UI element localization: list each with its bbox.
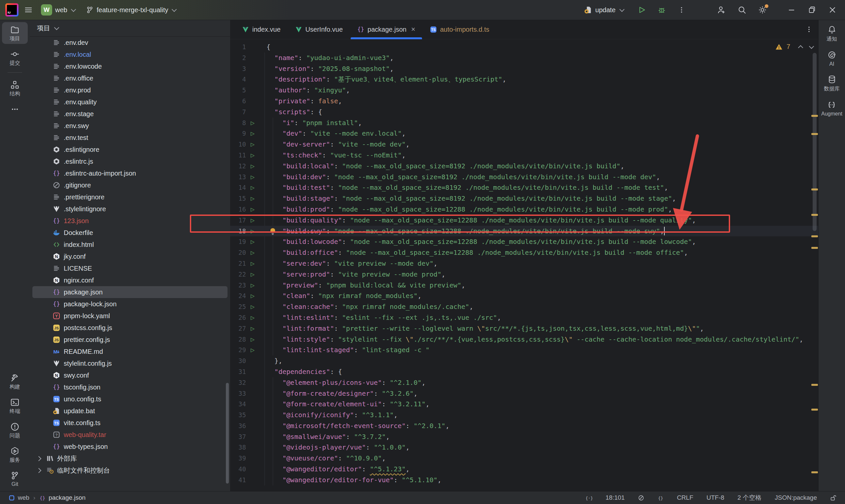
code-style-icon[interactable]: {·}: [586, 495, 593, 501]
run-script-icon[interactable]: ▷: [246, 258, 259, 269]
tree-item[interactable]: {}.eslintrc-auto-import.json: [32, 167, 228, 179]
tool-window-button-project[interactable]: 项目: [2, 22, 28, 44]
run-script-icon[interactable]: ▷: [246, 215, 259, 226]
code-line[interactable]: 18▷ "build:swy": "node --max_old_space_s…: [230, 226, 818, 237]
tree-item[interactable]: index.html: [32, 239, 228, 251]
code-line[interactable]: 20▷ "build:office": "node --max_old_spac…: [230, 247, 818, 258]
code-line[interactable]: 40 "@wangeditor/editor": "^5.1.23",: [230, 464, 818, 475]
run-script-icon[interactable]: ▷: [246, 236, 259, 247]
tree-item[interactable]: {}tsconfig.json: [32, 381, 228, 393]
tool-window-button-通知[interactable]: 通知: [827, 25, 837, 42]
search-everywhere-icon[interactable]: [737, 5, 746, 15]
tool-window-button-build[interactable]: 构建: [2, 370, 28, 392]
tree-item[interactable]: Nnginx.conf: [32, 274, 228, 286]
highlighting-level-icon[interactable]: [638, 495, 644, 501]
code-line[interactable]: 24▷ "clean": "npx rimraf node_modules",: [230, 290, 818, 301]
run-script-icon[interactable]: ▷: [246, 128, 259, 139]
run-script-icon[interactable]: ▷: [246, 161, 259, 172]
run-script-icon[interactable]: ▷: [246, 290, 259, 301]
code-line[interactable]: 3 "version": "2025.08-snapshot",: [230, 64, 818, 74]
breadcrumb-file[interactable]: {} package.json: [39, 494, 86, 501]
indent-style[interactable]: 2 个空格: [737, 493, 761, 502]
code-line[interactable]: 19▷ "build:lowcode": "node --max_old_spa…: [230, 236, 818, 247]
tree-item[interactable]: stylelint.config.js: [32, 358, 228, 369]
tree-item[interactable]: .env.swy: [32, 120, 228, 132]
run-script-icon[interactable]: ▷: [246, 172, 259, 182]
editor-scrollbar[interactable]: [813, 53, 816, 231]
tree-item[interactable]: .env.local: [32, 49, 228, 60]
code-line[interactable]: 32 "@element-plus/icons-vue": "^2.1.0",: [230, 377, 818, 388]
code-line[interactable]: 34 "@form-create/element-ui": "^3.2.11",: [230, 399, 818, 410]
minimize-button[interactable]: [787, 5, 796, 15]
code-line[interactable]: 37 "@smallwei/avue": "^3.7.2",: [230, 431, 818, 442]
code-line[interactable]: 17▷ "build:quality": "node --max_old_spa…: [230, 215, 818, 226]
main-menu-icon[interactable]: [24, 5, 33, 15]
run-script-icon[interactable]: ▷: [246, 323, 259, 334]
code-line[interactable]: 12▷ "build:local": "node --max_old_space…: [230, 161, 818, 172]
tree-item[interactable]: .eslintignore: [32, 144, 228, 156]
run-script-icon[interactable]: ▷: [246, 247, 259, 258]
run-configuration-widget[interactable]: update: [581, 4, 627, 16]
tree-item[interactable]: .env.office: [32, 72, 228, 84]
code-line[interactable]: 4 "description": "基于vue3、vite4、element-p…: [230, 74, 818, 85]
tab-UserInfo.vue[interactable]: UserInfo.vue: [288, 20, 350, 39]
tree-item[interactable]: .env.quality: [32, 96, 228, 108]
tree-scrollbar[interactable]: [226, 383, 229, 484]
code-line[interactable]: 11▷ "ts:check": "vue-tsc --noEmit",: [230, 150, 818, 161]
code-line[interactable]: 33 "@form-create/designer": "^3.2.6",: [230, 388, 818, 399]
code-line[interactable]: 29▷ "lint:lint-staged": "lint-staged -c …: [230, 345, 818, 356]
project-widget[interactable]: W web: [38, 2, 78, 18]
tree-item[interactable]: Ypnpm-lock.yaml: [32, 310, 228, 322]
tree-item[interactable]: Dockerfile: [32, 227, 228, 239]
caret-position[interactable]: 18:101: [605, 494, 625, 501]
tree-item[interactable]: .env.stage: [32, 108, 228, 120]
code-line[interactable]: 8▷ "i": "pnpm install",: [230, 118, 818, 128]
tool-window-button-terminal[interactable]: 终端: [2, 395, 28, 416]
tree-item[interactable]: {}web-types.json: [32, 440, 228, 452]
more-actions-icon[interactable]: [677, 6, 686, 14]
run-button[interactable]: [638, 6, 646, 14]
code-line[interactable]: 36 "@microsoft/fetch-event-source": "^2.…: [230, 420, 818, 431]
code-line[interactable]: 2 "name": "yudao-ui-admin-vue3",: [230, 53, 818, 64]
tree-item[interactable]: update.bat: [32, 405, 228, 417]
tree-item[interactable]: TSuno.config.ts: [32, 393, 228, 405]
tab-package.json[interactable]: {}package.json×: [350, 20, 423, 39]
project-panel-header[interactable]: 项目: [30, 20, 230, 37]
tool-window-button-git[interactable]: Git: [2, 468, 28, 489]
tree-item[interactable]: {}package.json: [32, 286, 228, 298]
tool-window-button-数据库[interactable]: 数据库: [824, 75, 840, 92]
tree-item[interactable]: MREADME.md: [32, 346, 228, 358]
code-line[interactable]: 10▷ "dev-server": "vite --mode dev",: [230, 139, 818, 150]
tree-item[interactable]: JSpostcss.config.js: [32, 322, 228, 334]
tree-item[interactable]: ?web-quality.tar: [32, 429, 228, 440]
code-line[interactable]: 23▷ "preview": "pnpm build:local && vite…: [230, 280, 818, 291]
next-problem-icon[interactable]: [809, 44, 814, 49]
code-line[interactable]: 16▷ "build:prod": "node --max_old_space_…: [230, 204, 818, 215]
intention-bulb-icon[interactable]: [268, 227, 277, 236]
close-window-button[interactable]: [828, 5, 837, 15]
tree-item[interactable]: 临时文件和控制台: [32, 464, 228, 476]
tool-window-button-problems[interactable]: 问题: [2, 419, 28, 441]
run-script-icon[interactable]: ▷: [246, 301, 259, 312]
code-line[interactable]: 30 },: [230, 356, 818, 366]
tool-window-button-commit[interactable]: 提交: [2, 47, 28, 68]
tree-item[interactable]: JSprettier.config.js: [32, 334, 228, 346]
tree-item[interactable]: .gitignore: [32, 179, 228, 191]
run-script-icon[interactable]: ▷: [246, 345, 259, 356]
code-line[interactable]: 25▷ "clean:cache": "npx rimraf node_modu…: [230, 301, 818, 312]
tree-item[interactable]: {}123.json: [32, 215, 228, 227]
run-script-icon[interactable]: ▷: [246, 280, 259, 291]
tab-options-icon[interactable]: [805, 25, 813, 34]
code-line[interactable]: 41 "@wangeditor/editor-for-vue": "^5.1.1…: [230, 475, 818, 486]
code-line[interactable]: 22▷ "serve:prod": "vite preview --mode p…: [230, 269, 818, 280]
run-script-icon[interactable]: ▷: [246, 193, 259, 204]
code-line[interactable]: 15▷ "build:stage": "node --max_old_space…: [230, 193, 818, 204]
code-line[interactable]: 38 "@videojs-player/vue": "^1.0.0",: [230, 442, 818, 453]
tree-item[interactable]: .eslintrc.js: [32, 156, 228, 167]
run-script-icon[interactable]: ▷: [246, 118, 259, 128]
tree-item[interactable]: LICENSE: [32, 263, 228, 274]
code-line[interactable]: 7 "scripts": {: [230, 107, 818, 118]
restore-window-button[interactable]: [807, 5, 816, 15]
run-script-icon[interactable]: ▷: [246, 334, 259, 345]
tree-item[interactable]: .env.prod: [32, 84, 228, 96]
